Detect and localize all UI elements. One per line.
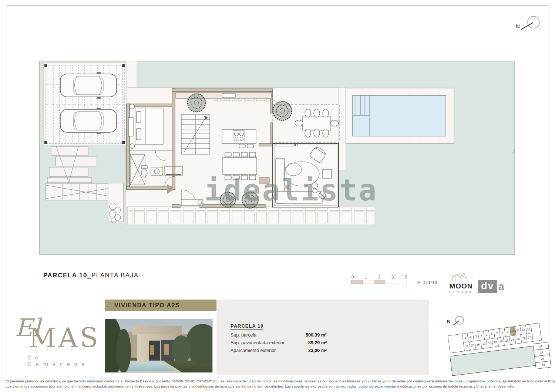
moon-subtitle: urbana (446, 290, 476, 294)
vivienda-banner: VIVIENDA TIPO A2S (105, 300, 222, 311)
photo-tree (116, 329, 131, 373)
scale-tick: 0 (352, 275, 354, 279)
photo-window-glow (164, 344, 169, 355)
panel-label: Aparcamiento exterior (231, 348, 297, 353)
panel-row: Sup. pavimentada exterior 89,29 m² (231, 340, 327, 345)
floor-plan-svg (39, 55, 516, 257)
plan-sheet: N (0, 0, 555, 392)
car-2 (60, 108, 117, 134)
disclaimer-line-1: El presente plano no es definitivo, ya q… (6, 379, 555, 384)
scale-ratio: E 1/100 (417, 280, 438, 285)
pool (353, 95, 446, 136)
stool (247, 144, 253, 148)
parcela-info-panel: PARCELA 10 Sup. parcela 500,39 m² Sup. p… (216, 300, 429, 375)
dva-a: a (499, 282, 504, 292)
scale-tick: 3 (391, 275, 394, 279)
north-label: N (516, 23, 520, 29)
moon-house-icon (451, 273, 471, 283)
plan-title-bold: PARCELA 10 (43, 272, 87, 279)
sliding-door (275, 144, 297, 146)
scale-bar: 0 1 2 3 5 (352, 275, 407, 284)
north-compass-icon (516, 14, 545, 34)
panel-row: Sup. parcela 500,39 m² (231, 332, 327, 338)
moon-title: MOON (446, 283, 476, 290)
elmas-subtitle: de Camarena (27, 354, 104, 368)
scale-tick: 1 (365, 275, 367, 279)
dva-box: dv (478, 280, 497, 293)
plan-title-regular: _PLANTA BAJA (87, 272, 139, 279)
stool (239, 144, 245, 148)
staircase (181, 115, 210, 154)
kitchen-sink (222, 94, 235, 97)
dva-logo: dv a (478, 280, 504, 293)
sitemap-compass-icon (452, 315, 465, 326)
slab-row-south (130, 208, 374, 223)
tree (272, 101, 293, 121)
scale-bar-graphic (352, 280, 407, 284)
panel-value: 500,39 m² (297, 332, 327, 338)
panel-row: Aparcamiento exterior 33,00 m² (231, 348, 327, 353)
car-1 (60, 72, 117, 99)
panel-label: Sup. parcela (231, 332, 297, 338)
scale-tick: 2 (378, 275, 380, 279)
watermark: idealista (204, 173, 378, 207)
panel-title: PARCELA 10 (231, 323, 263, 330)
panel-label: Sup. pavimentada exterior (231, 340, 297, 345)
north-compass: N (516, 14, 545, 34)
elmas-main: MAS (29, 325, 100, 351)
plot-cell: 29 (535, 361, 551, 369)
nightstand-lamp (130, 104, 135, 109)
plot-cell-blank (448, 334, 465, 353)
nightstand-lamp (130, 144, 135, 149)
sitemap-compass: N (447, 315, 465, 326)
moon-urbana-logo: MOON urbana (446, 273, 476, 294)
disclaimer-line-2: Los elementos accesorios (por ejemplo, e… (6, 384, 514, 389)
tree (187, 93, 206, 112)
panel-value: 89,29 m² (297, 340, 327, 345)
scale-tick: 5 (405, 275, 407, 279)
site-map: N 1 2 3 4 5 6 7 8 9 10 1 (444, 314, 555, 375)
side-plots: 26 27 28 29 (533, 342, 551, 369)
photo-tree (172, 335, 191, 364)
scale-ticks: 0 1 2 3 5 (352, 275, 407, 280)
villa-photo (105, 319, 213, 373)
panel-value: 33,00 m² (297, 348, 327, 353)
sitemap-north-label: N (447, 319, 450, 324)
plan-title: PARCELA 10_PLANTA BAJA (43, 272, 139, 279)
garage-pergola (44, 63, 127, 145)
photo-window-glow (150, 345, 154, 355)
bedroom-bench (128, 118, 133, 136)
